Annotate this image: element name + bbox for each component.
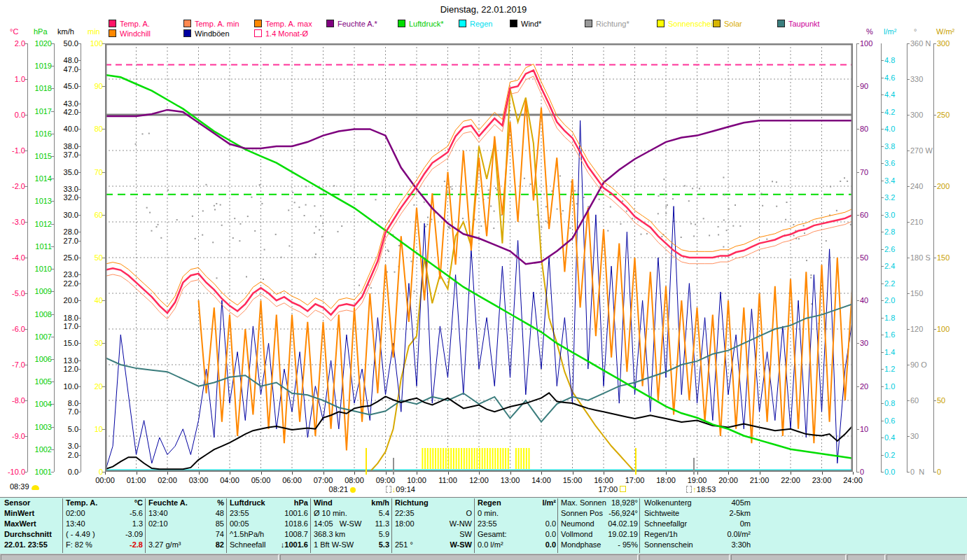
axis-tick-label-sunshine: 50 bbox=[75, 254, 103, 261]
legend-swatch-icon bbox=[585, 20, 592, 27]
axis-tick-mark bbox=[881, 163, 884, 164]
axis-tick-label-rain: 3.4 bbox=[884, 177, 895, 184]
axis-tick-label-windspeed: 7.0 bbox=[50, 408, 78, 415]
wind-direction-dot bbox=[672, 198, 674, 200]
wind-direction-dot bbox=[690, 223, 692, 225]
status-bar bbox=[0, 554, 967, 560]
cell-label: Regen/1h bbox=[644, 529, 678, 540]
axis-tick-label-sunshine: 80 bbox=[75, 125, 103, 132]
table-column-feuchte-a-: Feuchte A.%13:404802:1085743.27 g/m³82 bbox=[148, 498, 224, 554]
axis-tick-label-windspeed: 40.0 bbox=[50, 125, 78, 132]
sunshine-bar bbox=[432, 448, 433, 469]
sunset-time: 17:00 bbox=[599, 485, 618, 493]
legend-item-label: Temp. A. min bbox=[195, 20, 239, 28]
table-cell-row: 18:00W-NW bbox=[395, 519, 472, 529]
wind-direction-dot bbox=[261, 203, 263, 204]
sunshine-bar bbox=[484, 448, 485, 469]
x-axis-tick-mark bbox=[105, 472, 106, 475]
table-column-temp-a-: Temp. A.°C02:00-5.613:401.3( - 4.49 )-3.… bbox=[66, 498, 143, 554]
sunshine-bar bbox=[515, 448, 517, 469]
axis-tick-label-humidity: 60 bbox=[860, 211, 868, 218]
chart-plot-area[interactable] bbox=[105, 43, 853, 475]
cell-label: Sonnenschein bbox=[644, 540, 693, 550]
axis-tick-label-windspeed: 33.0 bbox=[50, 186, 78, 192]
wind-direction-dot bbox=[246, 276, 247, 277]
x-axis-tick-label: 08:00 bbox=[339, 476, 370, 484]
cell-label: 23:55 bbox=[478, 519, 497, 529]
axis-tick-label-rain: 2.4 bbox=[884, 262, 895, 270]
x-axis-tick-mark bbox=[666, 472, 667, 475]
wind-direction-dot bbox=[667, 204, 668, 206]
wind-direction-dot bbox=[156, 226, 158, 227]
legend-item-label: Temp. A. max bbox=[265, 20, 312, 28]
cell-value: 5.3 bbox=[379, 540, 389, 550]
wind-direction-dot bbox=[370, 287, 372, 288]
x-axis-tick-label: 07:00 bbox=[308, 476, 339, 484]
axis-tick-mark bbox=[51, 246, 54, 247]
wind-direction-dot bbox=[804, 232, 805, 234]
sunshine-bar bbox=[492, 448, 494, 469]
summary-table: SensorMinWertMaxWertDurchschnitt22.01. 2… bbox=[0, 497, 967, 554]
cell-value: 5.9 bbox=[379, 529, 389, 540]
x-axis-tick-label: 09:00 bbox=[370, 476, 401, 484]
wind-direction-dot bbox=[160, 237, 162, 239]
axis-unit-rain: l/m² bbox=[884, 28, 896, 36]
wind-direction-dot bbox=[766, 239, 767, 240]
x-axis-tick-mark bbox=[324, 472, 324, 475]
axis-tick-label-pressure: 1015 bbox=[24, 153, 52, 160]
axis-tick-mark bbox=[881, 386, 884, 387]
wind-direction-dot bbox=[216, 203, 217, 204]
cell-value: 11.3 bbox=[375, 519, 389, 529]
axis-tick-mark bbox=[78, 446, 81, 447]
axis-tick-mark bbox=[78, 69, 81, 70]
legend-swatch-icon bbox=[254, 29, 262, 37]
axis-tick-mark bbox=[881, 421, 884, 421]
axis-tick-mark bbox=[78, 112, 81, 113]
axis-tick-mark bbox=[856, 429, 859, 430]
x-axis-tick-label: 05:00 bbox=[246, 476, 277, 484]
wind-direction-dot bbox=[314, 257, 316, 258]
wind-direction-dot bbox=[663, 178, 665, 180]
sunset-sun-icon bbox=[620, 486, 626, 492]
cell-value: 5.4 bbox=[379, 508, 389, 519]
wind-direction-dot bbox=[333, 186, 335, 187]
cell-value: 82 bbox=[216, 540, 224, 550]
cell-label: ^1.5hPa/h bbox=[230, 529, 264, 540]
moonrise-annotation: ↑18:53 bbox=[686, 485, 716, 493]
x-axis-tick-label: 00:00 bbox=[90, 476, 120, 484]
legend-item-label: Solar bbox=[724, 20, 742, 28]
wind-direction-dot bbox=[493, 227, 494, 229]
legend-item-label: Sonnenschein bbox=[668, 20, 717, 28]
wind-direction-dot bbox=[699, 188, 700, 189]
sunshine-bar bbox=[500, 448, 501, 469]
cell-label: 1 Bft W-SW bbox=[314, 540, 354, 550]
cell-label: Schneefall bbox=[230, 540, 265, 550]
axis-tick-mark bbox=[78, 369, 81, 370]
axis-tick-label-windspeed: 43.0 bbox=[50, 100, 78, 107]
sunshine-bar bbox=[476, 448, 478, 469]
x-axis-tick-mark bbox=[417, 472, 417, 475]
axis-tick-mark bbox=[881, 335, 884, 335]
axis-tick-mark bbox=[881, 352, 884, 353]
table-separator bbox=[310, 498, 311, 553]
cell-label: Ø 10 min. bbox=[314, 508, 347, 519]
wind-direction-dot bbox=[292, 192, 293, 193]
moonrise-time: 18:53 bbox=[697, 485, 716, 493]
axis-tick-label-rain: 1.2 bbox=[884, 365, 895, 372]
wind-direction-dot bbox=[427, 224, 429, 225]
axis-tick-label-sunshine: 70 bbox=[75, 169, 103, 176]
axis-tick-mark bbox=[881, 369, 884, 370]
wind-direction-dot bbox=[216, 277, 218, 279]
legend-item-label: Luftdruck* bbox=[409, 20, 444, 28]
axis-tick-label-temp: 2.0 bbox=[0, 40, 25, 47]
legend-item-label: Wind* bbox=[521, 20, 541, 28]
table-cell-row: Gesamt:0.0 bbox=[478, 529, 556, 540]
wind-direction-dot bbox=[557, 209, 558, 210]
cell-value: - 95% bbox=[618, 540, 638, 550]
axis-tick-label-windspeed: 30.0 bbox=[50, 211, 78, 218]
wind-direction-dot bbox=[315, 253, 316, 255]
column-unit: °C bbox=[134, 498, 143, 508]
x-axis-tick-label: 04:00 bbox=[214, 476, 245, 484]
axis-tick-label-windspeed: 50.0 bbox=[50, 40, 78, 47]
table-cell-row: 23:551001.6 bbox=[230, 508, 308, 519]
